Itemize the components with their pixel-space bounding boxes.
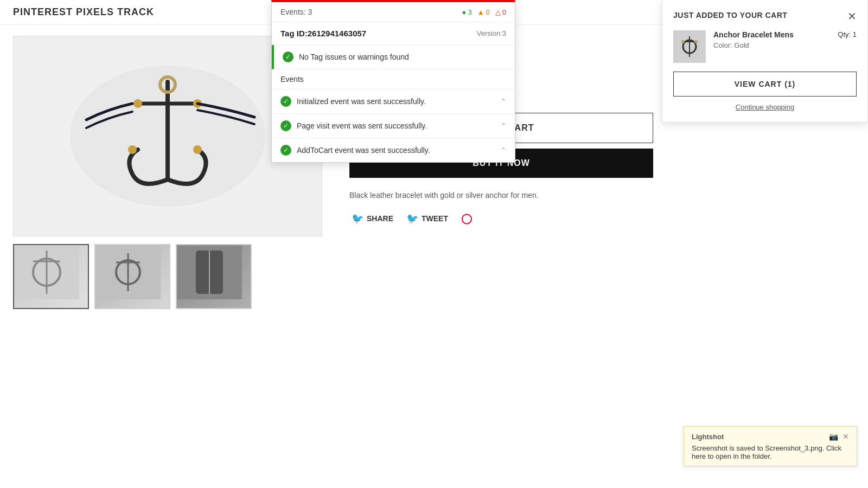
twitter-icon: 🐦	[406, 213, 418, 224]
events-section: Events	[272, 69, 515, 89]
event-item-3: ✓ AddToCart event was sent successfully.…	[272, 138, 515, 162]
svg-point-24	[681, 40, 685, 43]
page: PINTEREST PIXELS TRACK	[0, 0, 868, 488]
tag-id-prefix: Tag ID:	[280, 29, 308, 38]
event-3-text: AddToCart event was sent successfully.	[297, 146, 430, 155]
cart-item-image	[673, 30, 706, 63]
thumb1-placeholder	[14, 245, 88, 308]
svg-point-25	[694, 40, 698, 43]
status-green: ● 3	[462, 8, 472, 16]
no-issues-banner: ✓ No Tag issues or warnings found	[272, 45, 515, 69]
cart-qty-label: Qty:	[838, 30, 851, 38]
event-1-check-icon: ✓	[280, 96, 291, 107]
check-icon: ✓	[283, 52, 293, 62]
tag-info: Tag ID:2612941463057 Version:3	[272, 22, 515, 45]
facebook-share-button[interactable]: 🐦 SHARE	[349, 210, 395, 227]
thumbnail-3[interactable]	[176, 244, 252, 309]
event-2-check-icon: ✓	[280, 120, 291, 131]
event-item-2-left: ✓ Page visit event was sent successfully…	[280, 120, 427, 131]
thumbnail-2[interactable]	[94, 244, 170, 309]
lightshot-header: Lightshot 📷 ✕	[692, 432, 849, 441]
cart-notification: JUST ADDED TO YOUR CART ✕ Anchor Bracele…	[662, 0, 868, 123]
product-description: Black leather bracelet with gold or silv…	[349, 191, 855, 200]
cart-qty-value: 1	[853, 30, 857, 38]
lightshot-pin-button[interactable]: 📷	[829, 432, 838, 441]
thumbnail-1[interactable]	[13, 244, 89, 309]
thumb2-placeholder	[95, 245, 169, 308]
cart-item-color-label: Color:	[713, 41, 732, 49]
share-label: SHARE	[367, 214, 393, 223]
no-issues-text: No Tag issues or warnings found	[299, 53, 409, 61]
events-count-label: Events: 3	[280, 8, 312, 16]
event-3-check-icon: ✓	[280, 145, 291, 156]
cart-item-name: Anchor Bracelet Mens	[713, 30, 830, 39]
svg-point-5	[128, 145, 137, 154]
cart-item-color: Color: Gold	[713, 41, 830, 49]
event-3-chevron[interactable]: ⌃	[501, 146, 506, 154]
event-item-2: ✓ Page visit event was sent successfully…	[272, 113, 515, 138]
event-item-3-left: ✓ AddToCart event was sent successfully.	[280, 145, 430, 156]
tag-id-value: 2612941463057	[308, 29, 366, 38]
facebook-icon: 🐦	[352, 213, 363, 224]
status-icons: ● 3 ▲ 0 △ 0	[462, 8, 506, 16]
svg-point-7	[133, 99, 142, 108]
event-2-text: Page visit event was sent successfully.	[297, 121, 427, 130]
cart-title: JUST ADDED TO YOUR CART	[673, 11, 787, 20]
lightshot-close-button[interactable]: ✕	[843, 432, 849, 441]
thumb3-placeholder	[177, 245, 251, 308]
cart-item: Anchor Bracelet Mens Color: Gold Qty: 1	[673, 30, 857, 63]
lightshot-notification: Lightshot 📷 ✕ Screenshot is saved to Scr…	[684, 426, 857, 466]
tweet-label: TWEET	[422, 214, 448, 223]
thumbnail-list	[13, 244, 328, 309]
events-label: Events:	[280, 8, 306, 16]
status-orange: ▲ 0	[477, 8, 490, 16]
continue-shopping-link[interactable]: Continue shopping	[673, 103, 857, 111]
events-count-value: 3	[308, 8, 312, 16]
twitter-share-button[interactable]: 🐦 TWEET	[404, 210, 450, 227]
cart-item-bracelet-svg	[674, 31, 705, 62]
event-1-chevron[interactable]: ⌃	[501, 98, 506, 105]
svg-point-6	[193, 145, 202, 154]
lightshot-title: Lightshot	[692, 433, 724, 441]
pinterest-share-button[interactable]: ◯	[459, 210, 474, 227]
cart-close-button[interactable]: ✕	[847, 11, 857, 22]
pixels-panel: Events: 3 ● 3 ▲ 0 △ 0 Tag ID:26129414630…	[271, 0, 515, 163]
pinterest-icon: ◯	[461, 213, 472, 224]
cart-item-qty: Qty: 1	[838, 30, 857, 63]
events-section-label: Events	[280, 75, 506, 84]
event-item-1: ✓ Initialized event was sent successfull…	[272, 89, 515, 113]
event-item-1-left: ✓ Initialized event was sent successfull…	[280, 96, 426, 107]
tag-id: Tag ID:2612941463057	[280, 29, 366, 38]
lightshot-actions: 📷 ✕	[829, 432, 849, 441]
cart-item-info: Anchor Bracelet Mens Color: Gold	[713, 30, 830, 63]
version: Version:3	[477, 29, 506, 37]
event-1-text: Initialized event was sent successfully.	[297, 97, 426, 106]
pixels-panel-header: Events: 3 ● 3 ▲ 0 △ 0	[272, 2, 515, 22]
event-2-chevron[interactable]: ⌃	[501, 122, 506, 130]
social-share: 🐦 SHARE 🐦 TWEET ◯	[349, 210, 855, 227]
view-cart-button[interactable]: VIEW CART (1)	[673, 72, 857, 97]
cart-notification-header: JUST ADDED TO YOUR CART ✕	[673, 11, 857, 22]
cart-item-color-value: Gold	[734, 41, 749, 49]
status-red: △ 0	[495, 8, 506, 16]
bracelet-svg	[54, 49, 282, 223]
site-title: PINTEREST PIXELS TRACK	[13, 7, 154, 17]
lightshot-message: Screenshot is saved to Screenshot_3.png.…	[692, 444, 849, 460]
